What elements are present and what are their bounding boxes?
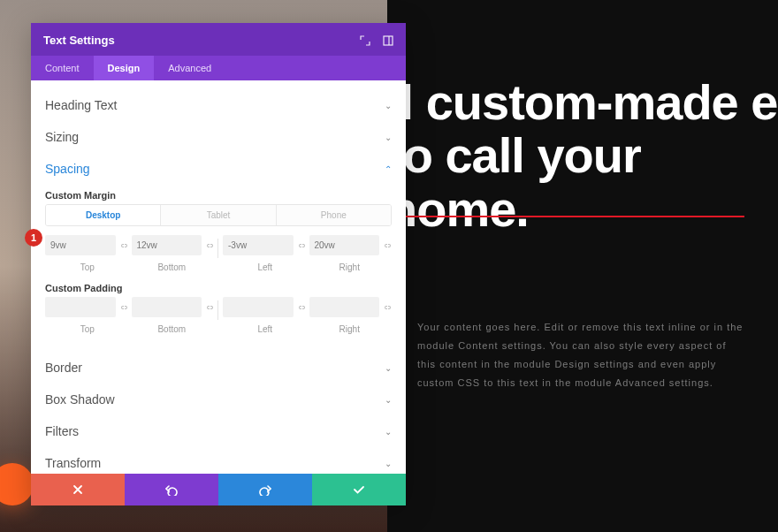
link-icon[interactable] xyxy=(119,303,128,312)
undo-icon xyxy=(165,483,178,496)
step-badge: 1 xyxy=(25,229,42,247)
custom-padding-label: Custom Padding xyxy=(45,283,392,293)
margin-grid xyxy=(45,235,392,255)
link-icon[interactable] xyxy=(383,303,392,312)
svg-rect-0 xyxy=(384,36,393,45)
panel-body: Heading Text ⌄ Sizing ⌄ Spacing ⌃ Custom… xyxy=(31,80,406,474)
layout-icon[interactable] xyxy=(383,35,393,46)
section-label: Filters xyxy=(45,424,79,438)
background-content: il custom-made e to call your home. xyxy=(387,0,778,532)
label-top: Top xyxy=(45,262,130,272)
chevron-down-icon: ⌄ xyxy=(385,101,392,110)
expand-icon[interactable] xyxy=(360,35,370,46)
redo-button[interactable] xyxy=(218,474,312,505)
section-label: Sizing xyxy=(45,130,79,144)
link-icon[interactable] xyxy=(205,241,214,250)
section-box-shadow[interactable]: Box Shadow ⌄ xyxy=(31,384,406,415)
link-icon[interactable] xyxy=(383,241,392,250)
text-settings-panel: Text Settings Content Design Advanced He… xyxy=(31,23,406,505)
device-tabs: Desktop Tablet Phone xyxy=(45,204,392,226)
margin-bottom-input[interactable] xyxy=(132,235,202,255)
section-label: Heading Text xyxy=(45,98,117,112)
section-spacing[interactable]: Spacing ⌃ xyxy=(31,153,406,185)
undo-button[interactable] xyxy=(125,474,218,505)
cancel-button[interactable] xyxy=(31,474,125,505)
chevron-down-icon: ⌄ xyxy=(385,459,392,468)
hero-heading: il custom-made e to call your home. xyxy=(387,76,778,236)
margin-left-input[interactable] xyxy=(223,235,294,255)
check-icon xyxy=(353,483,365,496)
tab-advanced[interactable]: Advanced xyxy=(154,56,225,80)
chevron-up-icon: ⌃ xyxy=(385,164,392,174)
label-right: Right xyxy=(308,324,393,334)
panel-header[interactable]: Text Settings xyxy=(31,23,406,56)
tabs-bar: Content Design Advanced xyxy=(31,56,406,80)
redo-icon xyxy=(259,483,271,496)
device-tab-tablet[interactable]: Tablet xyxy=(160,205,275,225)
section-label: Transform xyxy=(45,456,101,470)
section-filters[interactable]: Filters ⌄ xyxy=(31,415,406,447)
label-right: Right xyxy=(308,262,393,272)
padding-right-input[interactable] xyxy=(309,297,380,317)
label-bottom: Bottom xyxy=(130,262,215,272)
chevron-down-icon: ⌄ xyxy=(385,427,392,437)
device-tab-phone[interactable]: Phone xyxy=(276,205,391,225)
divider-line xyxy=(391,216,744,217)
label-bottom: Bottom xyxy=(130,324,215,334)
label-left: Left xyxy=(223,262,308,272)
tab-design[interactable]: Design xyxy=(94,56,155,80)
body-text: Your content goes here. Edit or remove t… xyxy=(417,318,744,392)
label-top: Top xyxy=(45,324,130,334)
section-border[interactable]: Border ⌄ xyxy=(31,352,406,384)
link-icon[interactable] xyxy=(205,303,214,312)
padding-bottom-input[interactable] xyxy=(132,297,202,317)
padding-left-input[interactable] xyxy=(223,297,294,317)
padding-grid xyxy=(45,297,392,317)
chevron-down-icon: ⌄ xyxy=(385,133,392,142)
panel-footer xyxy=(31,474,406,505)
label-left: Left xyxy=(223,324,308,334)
close-icon xyxy=(72,484,83,495)
panel-title: Text Settings xyxy=(43,34,115,47)
floating-action-button[interactable] xyxy=(0,463,34,505)
section-heading-text[interactable]: Heading Text ⌄ xyxy=(31,89,406,121)
tab-content[interactable]: Content xyxy=(31,56,94,80)
section-label: Box Shadow xyxy=(45,392,115,407)
link-icon[interactable] xyxy=(297,303,306,312)
link-icon[interactable] xyxy=(119,241,128,250)
section-sizing[interactable]: Sizing ⌄ xyxy=(31,121,406,153)
margin-top-input[interactable] xyxy=(45,235,116,255)
spacing-subsection: Custom Margin Desktop Tablet Phone xyxy=(31,190,406,341)
custom-margin-label: Custom Margin xyxy=(45,190,392,201)
margin-right-input[interactable] xyxy=(309,235,380,255)
chevron-down-icon: ⌄ xyxy=(385,395,392,405)
section-label: Border xyxy=(45,361,82,375)
save-button[interactable] xyxy=(312,474,406,505)
device-tab-desktop[interactable]: Desktop xyxy=(46,205,160,225)
section-transform[interactable]: Transform ⌄ xyxy=(31,447,406,474)
padding-top-input[interactable] xyxy=(45,297,116,317)
link-icon[interactable] xyxy=(297,241,306,250)
section-label: Spacing xyxy=(45,162,90,176)
chevron-down-icon: ⌄ xyxy=(385,363,392,373)
